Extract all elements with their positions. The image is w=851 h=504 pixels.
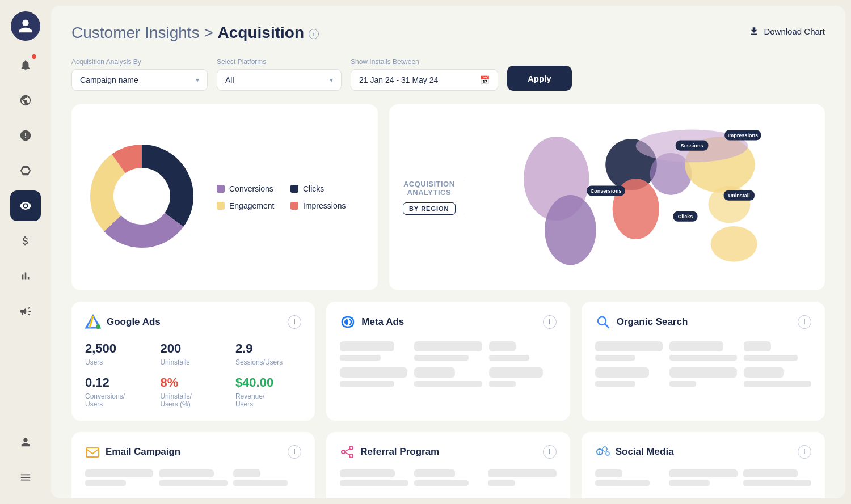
svg-text:Sessions: Sessions: [680, 143, 703, 149]
donut-legend: Conversions Clicks Engagement Impression…: [217, 184, 353, 210]
social-media-info-btn[interactable]: i: [798, 445, 811, 459]
email-campaign-card: Email Campaign i: [71, 432, 315, 498]
bottom-cards-row: Email Campaign i: [71, 432, 825, 498]
world-map-svg: Sessions Conversions Impressions Clicks …: [479, 118, 811, 277]
analysis-select[interactable]: Campaign name ▾: [71, 69, 208, 91]
legend-clicks: Clicks: [290, 184, 353, 193]
svg-text:Uninstall: Uninstall: [728, 193, 749, 198]
referral-program-title: Referral Program: [340, 444, 439, 459]
sidebar-item-notifications[interactable]: [10, 50, 41, 81]
organic-search-skeleton: [595, 341, 811, 387]
svg-rect-30: [86, 448, 99, 457]
referral-program-skeleton: [340, 469, 556, 486]
meta-ads-title: Meta Ads: [340, 314, 404, 330]
platforms-filter-group: Select Platforms All ▾: [217, 58, 342, 91]
svg-point-32: [349, 446, 353, 450]
svg-text:Conversions: Conversions: [590, 188, 621, 194]
social-media-header: f Social Media i: [595, 444, 811, 459]
metric-users-value: 2,500: [85, 341, 151, 356]
google-ads-card: Google Ads i 2,500 Users 200 Uninstalls …: [71, 302, 315, 421]
meta-ads-header: Meta Ads i: [340, 314, 556, 330]
legend-conversions: Conversions: [217, 184, 279, 193]
metric-conversions-value: 0.12: [85, 375, 151, 390]
organic-search-title: Organic Search: [595, 314, 688, 330]
svg-text:Clicks: Clicks: [677, 214, 693, 219]
platforms-chevron-icon: ▾: [330, 76, 333, 84]
metric-users: 2,500 Users: [85, 341, 151, 366]
charts-row: Conversions Clicks Engagement Impression…: [71, 104, 825, 290]
avatar[interactable]: [11, 11, 40, 41]
google-ads-info-btn[interactable]: i: [288, 315, 301, 329]
analysis-filter-group: Acquisition Analysis By Campaign name ▾: [71, 58, 208, 91]
metric-conversions: 0.12 Conversions/Users: [85, 375, 151, 408]
metric-sessions-unit: Sessions/Users: [235, 358, 301, 366]
svg-point-38: [603, 447, 607, 451]
meta-ads-skeleton: [340, 341, 556, 387]
platforms-label: Select Platforms: [217, 58, 342, 66]
breadcrumb: Customer Insights >: [71, 24, 218, 41]
title-info-icon: i: [309, 29, 319, 39]
google-ads-metrics: 2,500 Users 200 Uninstalls 2.9 Sessions/…: [85, 341, 301, 408]
sidebar-item-user[interactable]: [10, 427, 41, 458]
metric-uninstalls-value: 200: [160, 341, 226, 356]
apply-button[interactable]: Apply: [507, 66, 572, 91]
metric-revenue-unit: Revenue/Users: [235, 392, 301, 408]
main-content: Customer Insights > Acquisitioni Downloa…: [51, 6, 845, 498]
page-title: Customer Insights > Acquisitioni: [71, 24, 319, 42]
sidebar-item-menu[interactable]: [10, 462, 41, 493]
date-label: Show Installs Between: [351, 58, 498, 66]
download-icon: [749, 26, 759, 36]
svg-point-27: [96, 324, 100, 329]
referral-program-icon: [340, 444, 355, 459]
sidebar-item-user-alert[interactable]: [10, 120, 41, 151]
svg-text:f: f: [599, 450, 600, 455]
metric-sessions: 2.9 Sessions/Users: [235, 341, 301, 366]
date-select[interactable]: 21 Jan 24 - 31 May 24 📅: [351, 69, 498, 91]
legend-impressions: Impressions: [290, 201, 353, 210]
donut-chart: [85, 139, 199, 255]
metric-uninstalls-pct-value: 8%: [160, 375, 226, 390]
calendar-icon: 📅: [480, 75, 490, 84]
svg-line-29: [605, 324, 609, 328]
sidebar-item-dollar[interactable]: [10, 226, 41, 256]
sidebar-item-block[interactable]: [10, 85, 41, 116]
platforms-select[interactable]: All ▾: [217, 69, 342, 91]
social-media-skeleton: [595, 469, 811, 486]
email-campaign-title: Email Campaign: [85, 444, 180, 459]
social-media-title: f Social Media: [595, 444, 674, 459]
sidebar-item-hexagon[interactable]: [10, 155, 41, 186]
legend-conversions-dot: [217, 185, 225, 193]
svg-point-31: [342, 450, 345, 454]
sidebar-item-eye[interactable]: [10, 190, 41, 221]
organic-search-info-btn[interactable]: i: [798, 315, 811, 329]
sidebar-item-chart[interactable]: [10, 261, 41, 291]
meta-ads-info-btn[interactable]: i: [543, 315, 557, 329]
legend-engagement: Engagement: [217, 201, 279, 210]
map-chart-card: ACQUISITION ANALYTICS BY REGION: [389, 104, 825, 290]
sidebar: [0, 0, 51, 504]
svg-point-39: [606, 452, 609, 455]
metric-uninstalls-unit: Uninstalls: [160, 358, 226, 366]
metric-uninstalls: 200 Uninstalls: [160, 341, 226, 366]
date-filter-group: Show Installs Between 21 Jan 24 - 31 May…: [351, 58, 498, 91]
download-chart-button[interactable]: Download Chart: [749, 24, 825, 36]
sidebar-item-megaphone[interactable]: [10, 296, 41, 327]
referral-program-card: Referral Program i: [326, 432, 570, 498]
filters-bar: Acquisition Analysis By Campaign name ▾ …: [71, 58, 825, 91]
legend-impressions-dot: [290, 202, 298, 210]
metric-users-unit: Users: [85, 358, 151, 366]
legend-engagement-dot: [217, 202, 225, 210]
organic-search-icon: [595, 314, 611, 330]
email-campaign-header: Email Campaign i: [85, 444, 301, 459]
organic-search-card: Organic Search i: [582, 302, 825, 421]
map-badge: BY REGION: [403, 202, 456, 215]
email-campaign-skeleton: [85, 469, 301, 486]
header: Customer Insights > Acquisitioni Downloa…: [71, 24, 825, 42]
metric-uninstalls-pct: 8% Uninstalls/Users (%): [160, 375, 226, 408]
google-ads-header: Google Ads i: [85, 314, 301, 330]
email-campaign-info-btn[interactable]: i: [288, 445, 301, 459]
referral-program-info-btn[interactable]: i: [543, 445, 557, 459]
svg-point-5: [113, 168, 170, 225]
notification-badge: [32, 54, 36, 59]
svg-point-7: [545, 195, 596, 265]
